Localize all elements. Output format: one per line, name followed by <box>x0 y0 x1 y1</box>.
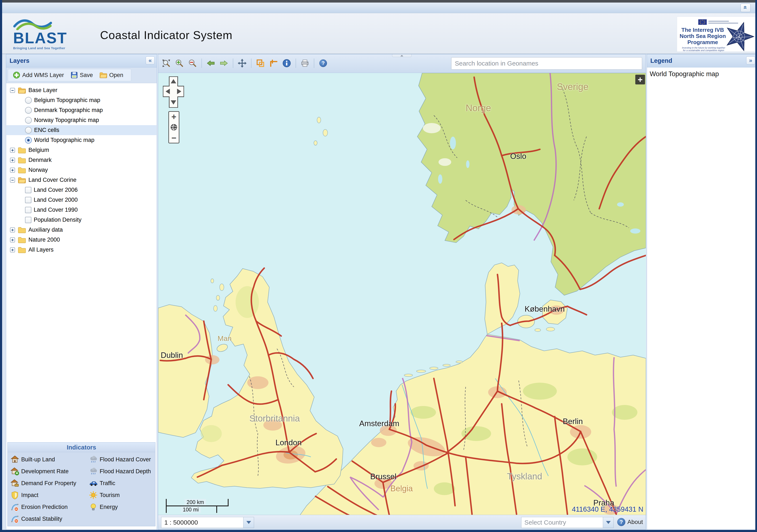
layer-row-land-cover-corine[interactable]: Land Cover Corine <box>6 175 157 185</box>
indicator-erosion-prediction[interactable]: Erosion Prediction <box>11 501 89 513</box>
radio-icon[interactable] <box>25 97 32 104</box>
shield-icon <box>11 491 19 499</box>
add-wms-layer-button[interactable]: Add WMS Layer <box>10 71 67 80</box>
layer-row-land-cover-2006[interactable]: Land Cover 2006 <box>6 185 157 195</box>
interreg-logo: The Interreg IVB North Sea Region Progra… <box>677 16 756 52</box>
checkbox-icon[interactable] <box>25 207 31 213</box>
help-button[interactable]: ? <box>317 57 329 69</box>
indicators-panel: Indicators Built-up Land Development Rat… <box>8 442 155 526</box>
layer-label: ENC cells <box>34 127 59 134</box>
layer-label: Belgium Topographic map <box>34 97 100 104</box>
expand-node-icon[interactable] <box>10 157 15 163</box>
add-icon <box>13 71 20 79</box>
bulb-icon <box>89 503 98 511</box>
measure-length-button[interactable] <box>268 57 280 69</box>
layer-row-all-layers[interactable]: All Layers <box>6 245 157 255</box>
layer-switcher-maximize-button[interactable]: + <box>635 75 645 84</box>
toolbar-separator <box>296 59 296 68</box>
indicator-traffic[interactable]: Traffic <box>89 477 154 489</box>
collapse-legend-button[interactable]: » <box>746 56 755 65</box>
indicator-label: Tourism <box>100 492 120 498</box>
zoom-slider-control[interactable]: + − <box>168 111 179 143</box>
layer-row-belgium-folder[interactable]: Belgium <box>6 145 157 155</box>
indicator-built-up-land[interactable]: Built-up Land <box>11 454 89 465</box>
indicator-label: Built-up Land <box>21 456 55 463</box>
print-button[interactable] <box>299 57 311 69</box>
collapse-node-icon[interactable] <box>10 177 15 183</box>
collapse-north-handle[interactable] <box>392 54 411 57</box>
layer-row-auxiliary-data[interactable]: Auxiliary data <box>6 225 157 235</box>
indicator-label: Traffic <box>100 480 115 486</box>
flood-cloud-icon <box>89 467 98 476</box>
layers-panel-title: Layers <box>10 57 29 64</box>
expand-node-icon[interactable] <box>10 227 15 233</box>
about-button[interactable]: ? About <box>617 518 643 526</box>
radio-icon[interactable] <box>25 107 32 114</box>
collapse-header-button[interactable]: « <box>741 4 751 12</box>
world-extent-icon[interactable] <box>170 124 177 131</box>
expand-node-icon[interactable] <box>10 147 15 153</box>
layer-label: All Layers <box>28 246 54 253</box>
map-image <box>158 73 646 515</box>
zoom-in-icon[interactable]: + <box>171 113 176 121</box>
layer-row-belgium-topo[interactable]: Belgium Topographic map <box>6 95 157 105</box>
layer-row-norway-topo[interactable]: Norway Topographic map <box>6 115 157 125</box>
layer-label: World Topographic map <box>34 137 94 143</box>
indicator-flood-hazard-cover[interactable]: Flood Hazard Cover <box>89 454 154 465</box>
layer-row-denmark-topo[interactable]: Denmark Topographic map <box>6 105 157 115</box>
zoom-in-button[interactable] <box>173 57 185 69</box>
layer-row-norway-folder[interactable]: Norway <box>6 165 157 175</box>
checkbox-icon[interactable] <box>25 187 31 193</box>
map-label-belgia: Belgia <box>390 484 413 493</box>
zoom-out-icon[interactable]: − <box>171 134 176 142</box>
checkbox-icon[interactable] <box>25 217 31 223</box>
search-input[interactable] <box>451 57 642 70</box>
house-demand-icon <box>11 479 19 487</box>
indicator-impact[interactable]: Impact <box>11 489 89 501</box>
layer-row-world-topo[interactable]: World Topographic map <box>6 135 157 145</box>
radio-selected-icon[interactable] <box>25 137 32 143</box>
open-label: Open <box>109 72 123 78</box>
page-title: Coastal Indicator System <box>100 28 232 42</box>
map-canvas[interactable]: Sverige Norge Oslo København Man Dublin … <box>158 73 646 515</box>
layer-row-enc-cells[interactable]: ENC cells <box>6 125 157 135</box>
expand-node-icon[interactable] <box>10 237 15 243</box>
collapse-node-icon[interactable] <box>10 88 15 93</box>
scale-combo-trigger[interactable] <box>243 517 254 528</box>
layer-row-base-layer[interactable]: Base Layer <box>6 85 157 95</box>
country-combo[interactable]: Select Country <box>521 517 614 528</box>
country-combo-trigger[interactable] <box>603 517 614 528</box>
pan-button[interactable] <box>236 57 248 69</box>
layer-row-denmark-folder[interactable]: Denmark <box>6 155 157 165</box>
previous-extent-button[interactable] <box>205 57 217 69</box>
radio-icon[interactable] <box>25 117 32 124</box>
radio-icon[interactable] <box>25 127 32 134</box>
layer-row-population-density[interactable]: Population Density <box>6 215 157 225</box>
pan-control[interactable] <box>163 77 184 109</box>
open-button[interactable]: Open <box>97 71 126 79</box>
indicator-energy[interactable]: Energy <box>89 501 154 513</box>
measure-length-icon <box>269 59 278 68</box>
layer-row-nature-2000[interactable]: Nature 2000 <box>6 235 157 245</box>
info-icon <box>282 59 291 68</box>
save-button[interactable]: Save <box>68 71 96 80</box>
zoom-max-extent-button[interactable] <box>160 57 172 69</box>
indicator-development-rate[interactable]: Development Rate <box>11 465 89 477</box>
zoom-out-button[interactable] <box>187 57 198 69</box>
indicator-coastal-stability[interactable]: Coastal Stability <box>11 513 89 525</box>
layer-row-land-cover-1990[interactable]: Land Cover 1990 <box>6 205 157 215</box>
identify-button[interactable] <box>281 57 293 69</box>
expand-node-icon[interactable] <box>10 167 15 173</box>
indicator-demand-for-property[interactable]: Demand For Property <box>11 477 89 489</box>
indicator-flood-hazard-depth[interactable]: Flood Hazard Depth <box>89 465 154 477</box>
map-label-brussel: Brussel <box>370 472 396 481</box>
next-extent-button[interactable] <box>218 57 230 69</box>
collapse-layers-button[interactable]: « <box>146 56 155 65</box>
expand-node-icon[interactable] <box>10 247 15 253</box>
checkbox-icon[interactable] <box>25 197 31 203</box>
scale-combo[interactable]: 1 : 5000000 <box>161 517 254 528</box>
flood-cloud-icon <box>89 455 98 464</box>
measure-area-button[interactable] <box>255 57 266 69</box>
layer-row-land-cover-2000[interactable]: Land Cover 2000 <box>6 195 157 205</box>
indicator-tourism[interactable]: Tourism <box>89 489 154 501</box>
